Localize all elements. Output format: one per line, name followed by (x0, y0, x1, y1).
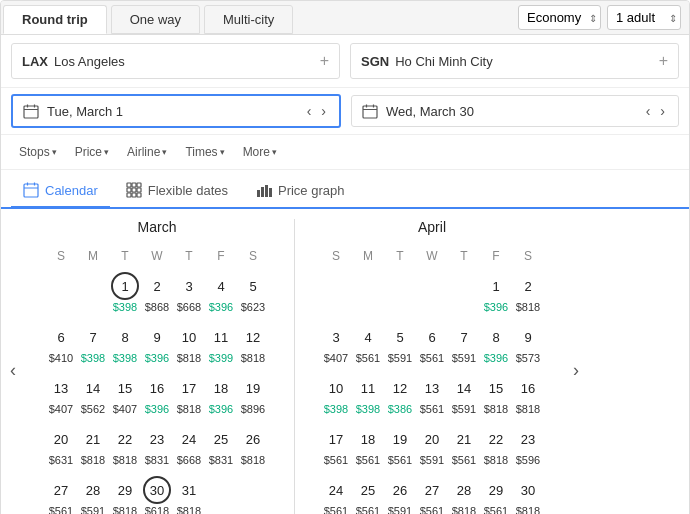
table-row[interactable]: 5$623 (237, 267, 269, 318)
tab-flexible[interactable]: Flexible dates (114, 174, 240, 209)
table-row[interactable]: 5$591 (384, 318, 416, 369)
table-row[interactable]: 19$561 (384, 420, 416, 471)
day-number: 30 (514, 476, 542, 504)
table-row[interactable]: 1$396 (480, 267, 512, 318)
table-row[interactable]: 8$398 (109, 318, 141, 369)
tab-one-way[interactable]: One way (111, 5, 200, 34)
return-date-input[interactable]: Wed, March 30 ‹ › (351, 95, 679, 127)
filter-more[interactable]: More ▾ (235, 141, 285, 163)
destination-plus-icon[interactable]: + (659, 52, 668, 70)
next-month-arrow[interactable]: › (564, 346, 588, 396)
table-row[interactable]: 20$591 (416, 420, 448, 471)
table-row[interactable]: 30$618 (141, 471, 173, 514)
depart-date-input[interactable]: Tue, March 1 ‹ › (11, 94, 341, 128)
table-row[interactable]: 15$818 (480, 369, 512, 420)
day-price: $591 (420, 454, 444, 466)
table-row[interactable]: 12$386 (384, 369, 416, 420)
day-cell: 5$591 (386, 323, 414, 364)
table-row[interactable]: 28$591 (77, 471, 109, 514)
filter-airline[interactable]: Airline ▾ (119, 141, 175, 163)
destination-input[interactable]: SGNHo Chi Minh City + (350, 43, 679, 79)
table-row[interactable]: 1$398 (109, 267, 141, 318)
table-row[interactable]: 16$818 (512, 369, 544, 420)
table-row[interactable]: 17$561 (320, 420, 352, 471)
table-row[interactable]: 13$407 (45, 369, 77, 420)
table-row[interactable]: 17$818 (173, 369, 205, 420)
table-row[interactable]: 6$561 (416, 318, 448, 369)
day-of-week-header: S (45, 245, 77, 267)
table-row[interactable]: 10$818 (173, 318, 205, 369)
filter-stops[interactable]: Stops ▾ (11, 141, 65, 163)
table-row[interactable]: 4$396 (205, 267, 237, 318)
table-row[interactable]: 29$818 (109, 471, 141, 514)
return-prev-arrow[interactable]: ‹ (643, 103, 654, 119)
table-row[interactable]: 22$818 (109, 420, 141, 471)
table-row[interactable]: 29$561 (480, 471, 512, 514)
table-row[interactable]: 11$398 (352, 369, 384, 420)
table-row[interactable]: 23$831 (141, 420, 173, 471)
table-row[interactable]: 18$396 (205, 369, 237, 420)
day-price: $896 (241, 403, 265, 415)
table-row[interactable]: 12$818 (237, 318, 269, 369)
table-row[interactable]: 18$561 (352, 420, 384, 471)
day-price: $618 (145, 505, 169, 514)
tab-calendar[interactable]: Calendar (11, 174, 110, 209)
table-row[interactable]: 26$818 (237, 420, 269, 471)
depart-prev-arrow[interactable]: ‹ (304, 103, 315, 119)
depart-next-arrow[interactable]: › (318, 103, 329, 119)
table-row[interactable]: 31$818 (173, 471, 205, 514)
table-row[interactable]: 26$591 (384, 471, 416, 514)
filter-price[interactable]: Price ▾ (67, 141, 117, 163)
origin-plus-icon[interactable]: + (320, 52, 329, 70)
table-row[interactable]: 2$868 (141, 267, 173, 318)
origin-input[interactable]: LAXLos Angeles + (11, 43, 340, 79)
table-row[interactable]: 25$561 (352, 471, 384, 514)
tab-price-graph[interactable]: Price graph (244, 174, 356, 209)
table-row[interactable]: 25$831 (205, 420, 237, 471)
table-row[interactable]: 8$396 (480, 318, 512, 369)
table-row[interactable]: 13$561 (416, 369, 448, 420)
table-row[interactable]: 23$596 (512, 420, 544, 471)
table-row[interactable]: 4$561 (352, 318, 384, 369)
table-row[interactable]: 24$668 (173, 420, 205, 471)
return-next-arrow[interactable]: › (657, 103, 668, 119)
table-row[interactable]: 27$561 (416, 471, 448, 514)
table-row[interactable]: 24$561 (320, 471, 352, 514)
table-row[interactable]: 9$573 (512, 318, 544, 369)
table-row[interactable]: 15$407 (109, 369, 141, 420)
flexible-view-icon (126, 182, 142, 198)
table-row[interactable]: 30$818 (512, 471, 544, 514)
tab-round-trip[interactable]: Round trip (3, 5, 107, 34)
table-row[interactable]: 14$591 (448, 369, 480, 420)
table-row[interactable]: 21$818 (77, 420, 109, 471)
table-row[interactable]: 6$410 (45, 318, 77, 369)
day-of-week-header: M (352, 245, 384, 267)
prev-month-arrow[interactable]: ‹ (1, 346, 25, 396)
day-of-week-header: S (512, 245, 544, 267)
table-row[interactable]: 20$631 (45, 420, 77, 471)
day-number: 23 (514, 425, 542, 453)
table-row[interactable]: 2$818 (512, 267, 544, 318)
table-row[interactable]: 7$398 (77, 318, 109, 369)
passengers-select[interactable]: 1 adult 2 adults 3 adults (607, 5, 681, 30)
tab-multi-city[interactable]: Multi-city (204, 5, 293, 34)
table-row[interactable]: 21$561 (448, 420, 480, 471)
table-row[interactable]: 3$407 (320, 318, 352, 369)
day-number: 17 (322, 425, 350, 453)
table-row[interactable]: 11$399 (205, 318, 237, 369)
cabin-select[interactable]: Economy Business First (518, 5, 601, 30)
table-row[interactable]: 28$818 (448, 471, 480, 514)
table-row[interactable]: 16$396 (141, 369, 173, 420)
table-row[interactable]: 14$562 (77, 369, 109, 420)
table-row[interactable]: 3$668 (173, 267, 205, 318)
table-row[interactable]: 22$818 (480, 420, 512, 471)
table-row[interactable]: 9$396 (141, 318, 173, 369)
filter-times[interactable]: Times ▾ (177, 141, 232, 163)
day-number: 5 (386, 323, 414, 351)
table-row[interactable]: 27$561 (45, 471, 77, 514)
filters-bar: Stops ▾ Price ▾ Airline ▾ Times ▾ More ▾ (1, 135, 689, 170)
table-row[interactable]: 7$591 (448, 318, 480, 369)
table-row[interactable]: 19$896 (237, 369, 269, 420)
table-row[interactable]: 10$398 (320, 369, 352, 420)
calendar-divider (294, 219, 295, 514)
